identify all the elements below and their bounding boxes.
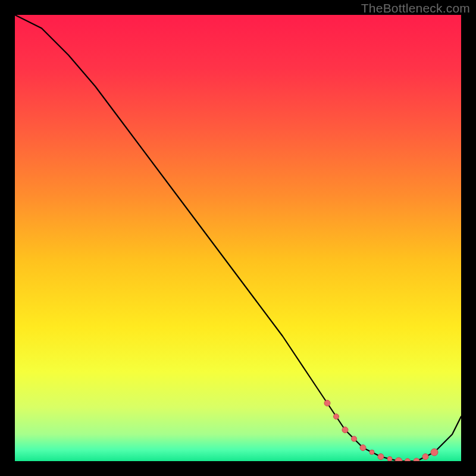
bottleneck-chart [15,15,461,461]
marker-point [378,454,384,460]
marker-point [431,449,438,456]
marker-point [334,414,339,419]
gradient-backdrop [15,15,461,461]
marker-point [422,454,428,460]
watermark-text: TheBottleneck.com [361,1,470,15]
marker-point [405,459,411,462]
marker-point [360,445,366,451]
chart-stage: TheBottleneck.com [0,0,476,476]
marker-point [324,400,330,406]
marker-point [342,427,348,433]
marker-point [352,436,357,441]
marker-point [387,456,392,461]
marker-point [369,450,374,455]
